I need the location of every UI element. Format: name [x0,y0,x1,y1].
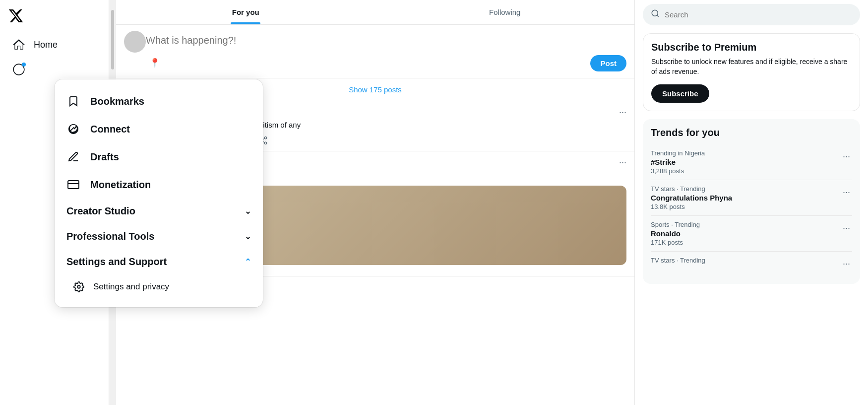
creator-studio-label: Creator Studio [66,205,135,217]
svg-point-5 [264,142,267,144]
settings-support-chevron: ⌃ [245,257,251,267]
drafts-label: Drafts [90,151,119,163]
compose-input[interactable] [146,31,626,50]
trend-4-more-icon[interactable]: ··· [841,257,852,271]
sidebar-home-label: Home [34,40,58,50]
trend-2-name: Congratulations Phyna [651,194,732,202]
trend-2-count: 13.8K posts [651,203,732,210]
settings-support-label: Settings and Support [66,256,167,268]
dropdown-item-monetization[interactable]: Monetization [55,171,263,199]
dropdown-item-connect[interactable]: Connect [55,115,263,143]
dropdown-section-creator-studio[interactable]: Creator Studio ⌄ [55,199,263,224]
monetization-label: Monetization [90,179,151,191]
bookmark-icon [66,94,80,108]
trend-3-more-icon[interactable]: ··· [841,221,852,235]
search-input[interactable] [665,10,852,19]
trend-2-meta: TV stars · Trending [651,185,732,193]
trend-1-count: 3,288 posts [651,167,705,175]
compose-icons: 📍 [146,54,164,72]
drafts-icon [66,150,80,164]
trends-box: Trends for you Trending in Nigeria #Stri… [643,119,860,284]
trend-2-more-icon[interactable]: ··· [841,185,852,200]
trend-item-phyna[interactable]: TV stars · Trending Congratulations Phyn… [651,180,852,216]
notification-dot [22,63,26,67]
right-sidebar: Subscribe to Premium Subscribe to unlock… [635,0,868,405]
compose-actions: 📍 Post [146,50,626,72]
dropdown-item-drafts[interactable]: Drafts [55,143,263,171]
monetization-icon [66,178,80,192]
scrollbar-thumb[interactable] [111,10,114,69]
trends-title: Trends for you [651,127,852,138]
dropdown-section-settings-support[interactable]: Settings and Support ⌃ [55,249,263,274]
trend-3-count: 171K posts [651,239,700,246]
settings-privacy-icon [72,280,85,293]
trend-4-meta: TV stars · Trending [651,257,705,264]
trend-item-4[interactable]: TV stars · Trending ··· [651,252,852,276]
tabs-header: For you Following [116,0,634,25]
search-box[interactable] [643,4,860,25]
dropdown-item-bookmarks[interactable]: Bookmarks [55,87,263,115]
tab-for-you[interactable]: For you [116,0,375,24]
post-button[interactable]: Post [590,55,626,71]
sidebar-item-notifications[interactable] [4,58,105,81]
trend-3-meta: Sports · Trending [651,221,700,228]
dropdown-subitem-settings-privacy[interactable]: Settings and privacy [55,274,263,299]
notifications-icon [12,63,26,76]
x-logo-icon [8,8,24,24]
professional-tools-chevron: ⌄ [245,232,251,241]
dropdown-menu: Bookmarks Connect Drafts [55,79,263,307]
premium-title: Subscribe to Premium [651,42,852,53]
compose-area: 📍 Post [116,25,634,78]
connect-icon [66,122,80,136]
trend-1-meta: Trending in Nigeria [651,149,705,157]
svg-line-9 [657,15,658,16]
trend-item-ronaldo[interactable]: Sports · Trending Ronaldo 171K posts ··· [651,216,852,252]
location-icon[interactable]: 📍 [146,54,164,72]
dropdown-section-professional-tools[interactable]: Professional Tools ⌄ [55,224,263,249]
professional-tools-label: Professional Tools [66,231,154,242]
sidebar-item-home[interactable]: Home [4,33,105,57]
left-sidebar: Home Bookmarks C [0,0,109,405]
compose-avatar [124,31,146,53]
tweet-2-more-icon[interactable]: ··· [619,157,626,168]
trend-1-name: #Strike [651,158,705,166]
premium-box: Subscribe to Premium Subscribe to unlock… [643,33,860,111]
subscribe-button[interactable]: Subscribe [651,84,709,103]
connect-label: Connect [90,124,130,135]
tab-following[interactable]: Following [375,0,635,24]
compose-input-row: 📍 Post [146,31,626,72]
creator-studio-chevron: ⌄ [245,206,251,216]
svg-point-8 [652,10,658,16]
settings-privacy-label: Settings and privacy [93,282,169,292]
show-posts-label: Show 175 posts [349,85,402,94]
x-logo[interactable] [0,4,109,32]
trend-1-more-icon[interactable]: ··· [841,149,852,164]
home-icon [12,38,26,52]
trend-3-name: Ronaldo [651,229,700,238]
tweet-more-icon[interactable]: ··· [619,107,626,118]
search-icon [651,9,660,20]
premium-desc: Subscribe to unlock new features and if … [651,57,852,76]
svg-point-3 [264,136,267,139]
trend-item-strike[interactable]: Trending in Nigeria #Strike 3,288 posts … [651,144,852,180]
bookmarks-label: Bookmarks [90,96,144,107]
svg-point-2 [77,285,80,288]
svg-rect-0 [68,181,79,189]
